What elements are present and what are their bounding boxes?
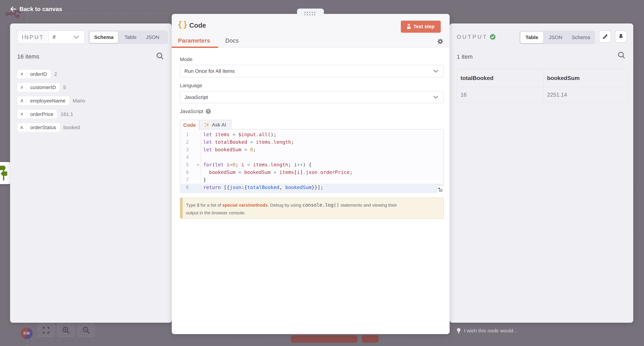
fold-chevron-icon[interactable] <box>196 161 200 168</box>
schema-item-customerID[interactable]: #customerID5 <box>17 83 66 92</box>
output-column-header: totalBooked <box>457 69 544 87</box>
output-table-row: 16 2251.14 <box>457 87 628 103</box>
schema-item-orderPrice[interactable]: #orderPrice161.1 <box>17 109 73 119</box>
schema-item-employeeName[interactable]: AemployeeNameMario <box>17 96 85 106</box>
test-step-button[interactable]: Test step <box>401 21 441 33</box>
output-column-header: bookedSum <box>544 69 628 87</box>
output-tab-schema[interactable]: Schema <box>568 32 594 43</box>
avatar-initials: KM <box>24 331 30 336</box>
node-feedback-label: I wish this node would... <box>464 328 518 334</box>
schema-field-pill[interactable]: AemployeeName <box>17 96 70 106</box>
node-feedback-row[interactable]: I wish this node would... <box>457 325 518 336</box>
chevron-down-icon <box>74 36 79 39</box>
input-panel-label: INPUT <box>18 31 49 44</box>
line-number: 1 <box>180 131 189 138</box>
schema-field-value: Mario <box>72 98 85 104</box>
tab-docs[interactable]: Docs <box>226 38 239 48</box>
code-node-modal: {} Code Test step Parameters Docs <box>172 14 450 334</box>
special-vars-link[interactable]: special vars/methods <box>222 202 268 208</box>
canvas-test-workflow-button-dimmed <box>291 335 358 343</box>
line-number: 5 <box>180 161 189 168</box>
javascript-param-label: JavaScript <box>180 108 204 114</box>
node-title[interactable]: Code <box>189 22 206 29</box>
schema-field-value: booked <box>64 124 80 130</box>
code-editor[interactable]: 1let items = $input.all();2let totalBook… <box>180 129 444 193</box>
n8n-node-detail-view: KM I wish this node would... <box>0 0 644 346</box>
output-tab-table[interactable]: Table <box>520 32 544 43</box>
schema-field-pill[interactable]: #orderID <box>17 69 51 79</box>
line-number: 6 <box>180 168 189 176</box>
modal-header: {} Code Test step Parameters Docs <box>172 14 450 48</box>
code-node-icon: {} <box>178 20 188 29</box>
pencil-icon <box>602 34 608 40</box>
pin-output-button[interactable] <box>615 30 627 43</box>
arrow-left-icon <box>10 6 16 12</box>
editor-expand-button[interactable] <box>436 186 444 193</box>
code-line-text: let bookedSum = 0; <box>203 146 256 154</box>
code-line-text: for(let i=0; i < items.length; i++) { <box>203 161 312 168</box>
code-line-8: 8return [{json:{totalBooked, bookedSum}}… <box>180 184 444 191</box>
code-line-text: bookedSum = bookedSum + items[i].json.or… <box>203 168 353 176</box>
back-to-canvas-label: Back to canvas <box>20 6 62 12</box>
output-search-button[interactable] <box>618 51 626 59</box>
mode-select[interactable]: Run Once for All Items <box>180 65 444 77</box>
modal-drag-handle[interactable] <box>297 8 324 16</box>
schema-field-name: orderPrice <box>26 110 57 118</box>
canvas-secondary-button-dimmed <box>362 335 378 343</box>
input-tab-schema[interactable]: Schema <box>90 32 118 43</box>
schema-field-pill[interactable]: AorderStatus <box>17 123 60 132</box>
output-cell-bookedsum: 2251.14 <box>544 87 628 103</box>
code-line-text: return [{json:{totalBooked, bookedSum}}]… <box>203 184 323 191</box>
avatar[interactable]: KM <box>21 328 32 339</box>
editor-tab-ask-ai[interactable]: Ask AI <box>199 120 232 130</box>
expand-icon <box>438 187 442 192</box>
code-line-7: 7} <box>180 176 444 184</box>
zoom-to-fit-button[interactable] <box>38 323 54 337</box>
schema-field-value: 2 <box>54 71 57 77</box>
if-node-icon <box>0 166 8 180</box>
language-label: Language <box>180 83 202 88</box>
input-tab-table[interactable]: Table <box>118 32 143 43</box>
editor-tab-code[interactable]: Code <box>180 120 199 130</box>
zoom-to-fit-icon <box>43 327 50 334</box>
language-select-value: JavaScript <box>180 94 208 100</box>
code-line-6: 6 bookedSum = bookedSum + items[i].json.… <box>180 168 444 176</box>
node-settings-button[interactable] <box>438 38 443 44</box>
code-line-text: let totalBooked = items.length; <box>203 138 294 146</box>
help-icon[interactable]: ? <box>206 109 211 114</box>
output-tab-json[interactable]: JSON <box>544 32 568 43</box>
tab-parameters[interactable]: Parameters <box>178 38 210 48</box>
zoom-in-icon <box>62 326 70 334</box>
line-number: 3 <box>180 146 189 154</box>
schema-field-pill[interactable]: #customerID <box>17 83 60 92</box>
lightbulb-icon <box>457 328 461 334</box>
line-number: 8 <box>180 184 189 191</box>
input-node-stub-if[interactable] <box>0 162 11 184</box>
edit-output-button[interactable] <box>599 30 611 43</box>
active-tab-underline <box>172 47 218 48</box>
number-type-icon: # <box>18 110 26 118</box>
string-type-icon: A <box>18 96 26 105</box>
code-line-text: let items = $input.all(); <box>203 131 276 138</box>
zoom-in-button[interactable] <box>58 323 74 337</box>
number-type-icon: # <box>18 83 26 92</box>
pin-icon <box>618 34 624 40</box>
zoom-out-button[interactable] <box>78 323 94 337</box>
zoom-out-icon <box>82 326 90 334</box>
schema-field-name: orderID <box>26 70 51 78</box>
schema-item-orderStatus[interactable]: AorderStatusbooked <box>17 123 80 132</box>
schema-field-pill[interactable]: #orderPrice <box>17 109 57 119</box>
test-step-label: Test step <box>414 24 434 29</box>
back-to-canvas-button[interactable]: Back to canvas <box>10 6 62 12</box>
schema-item-orderID[interactable]: #orderID2 <box>17 69 57 79</box>
language-select[interactable]: JavaScript <box>180 91 444 104</box>
code-line-text: } <box>203 176 206 184</box>
code-line-4: 4 <box>180 154 444 161</box>
schema-field-value: 5 <box>63 84 66 90</box>
input-tab-json[interactable]: JSON <box>143 32 162 43</box>
sparkles-icon <box>204 122 210 128</box>
mode-label: Mode <box>180 56 192 62</box>
input-node-select[interactable]: INPUT If <box>17 30 85 44</box>
code-line-3: 3let bookedSum = 0; <box>180 146 444 154</box>
input-search-button[interactable] <box>156 52 164 60</box>
